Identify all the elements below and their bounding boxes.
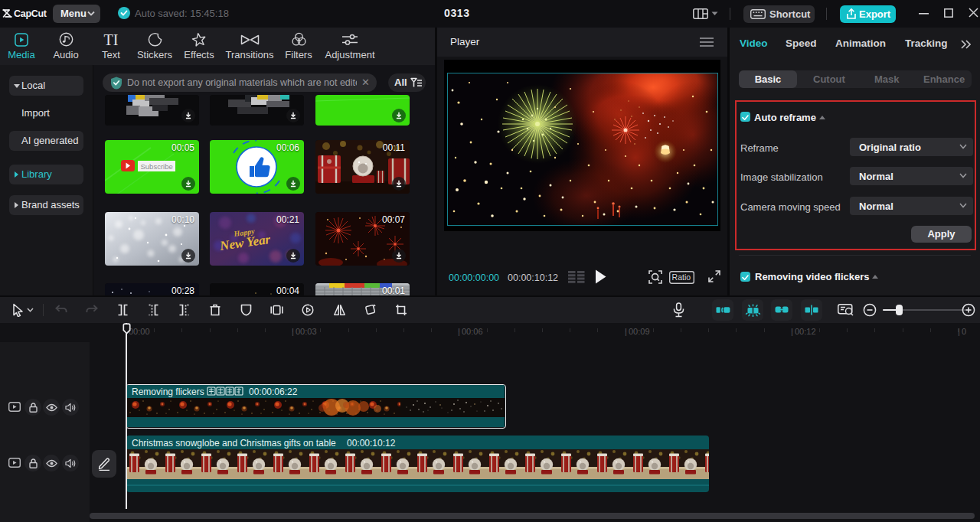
svg-text:00:00:10:12: 00:00:10:12: [347, 438, 396, 449]
svg-text:Removing flickers: Removing flickers: [132, 387, 204, 397]
svg-text:Subscribe: Subscribe: [141, 162, 173, 171]
svg-text:Christmas snowglobe and Christ: Christmas snowglobe and Christmas gifts …: [132, 438, 336, 449]
svg-text:00:00:06:22: 00:00:06:22: [249, 387, 298, 397]
svg-text:Ratio: Ratio: [672, 272, 691, 282]
